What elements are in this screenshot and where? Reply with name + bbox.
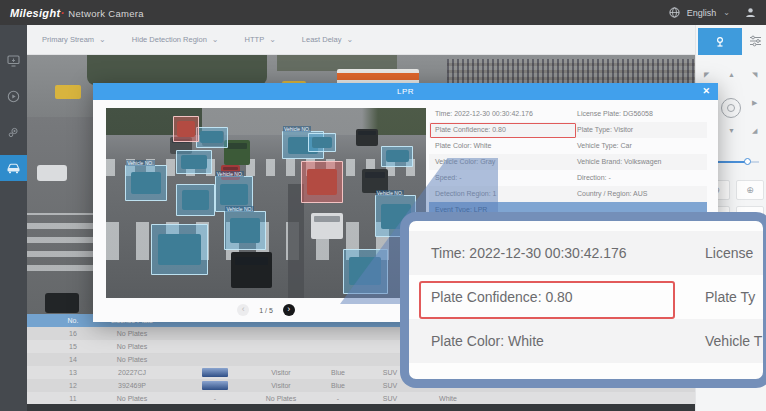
brand-logo: Milesight·Network Camera xyxy=(10,7,144,19)
plate-confidence-highlight-box xyxy=(430,123,576,138)
detection-label: Vehicle NO. xyxy=(216,171,244,177)
gear-icon xyxy=(7,126,20,139)
callout-left: Plate Color: White xyxy=(431,319,544,363)
table-cell: 12 xyxy=(55,379,91,392)
trees xyxy=(87,55,267,85)
brand-name: Milesight xyxy=(10,7,60,19)
table-cell xyxy=(253,340,309,353)
dialog-title: LPR xyxy=(93,83,718,100)
detection-label: Vehicle NO. xyxy=(376,190,404,196)
table-cell: 15 xyxy=(55,340,91,353)
crosswalk xyxy=(27,213,95,271)
dropdown-label: Hide Detection Region xyxy=(132,35,207,44)
next-page-button[interactable]: › xyxy=(283,304,295,316)
ptz-home-button[interactable] xyxy=(721,98,741,118)
table-cell: Visitor xyxy=(253,366,309,379)
table-cell xyxy=(315,340,361,353)
detection-box xyxy=(176,184,214,216)
table-cell: No Plates xyxy=(97,340,167,353)
ptz-arrow-button[interactable]: ◤ xyxy=(704,71,709,79)
tab-ptz-control[interactable] xyxy=(698,28,742,55)
plate-snapshot-thumb xyxy=(202,368,228,377)
stream-dropdown[interactable]: Hide Detection Region⌄ xyxy=(132,35,219,44)
table-cell: 13 xyxy=(55,366,91,379)
ptz-arrow-button[interactable]: ◢ xyxy=(752,127,757,135)
zoom-callout: Time: 2022-12-30 00:30:42.176LicensePlat… xyxy=(400,212,766,388)
detected-vehicle xyxy=(181,155,206,170)
detection-box: Vehicle NO. xyxy=(125,165,167,201)
callout-row: Plate Color: WhiteVehicle T xyxy=(409,319,763,363)
detected-vehicle xyxy=(177,121,195,137)
detection-label: Vehicle NO. xyxy=(126,160,154,166)
detection-label: Vehicle NO. xyxy=(283,126,311,132)
slider-knob[interactable] xyxy=(744,158,751,165)
stream-dropdown[interactable]: Least Delay⌄ xyxy=(302,35,353,44)
ptz-arrow-button[interactable]: ▼ xyxy=(728,127,735,134)
table-cell xyxy=(253,327,309,340)
detection-box xyxy=(301,161,343,203)
vehicle xyxy=(231,252,273,288)
detail-row: Time: 2022-12-30 00:30:42.176License Pla… xyxy=(429,106,707,122)
callout-right: Vehicle T xyxy=(705,319,762,363)
detection-box xyxy=(381,146,413,167)
table-cell: 14 xyxy=(55,353,91,366)
stream-dropdown[interactable]: HTTP⌄ xyxy=(245,35,276,44)
ptz-arrow-button[interactable]: ▲ xyxy=(728,71,735,78)
car xyxy=(45,293,79,313)
detail-right: Country / Region: AUS xyxy=(577,186,647,202)
language-selector[interactable]: English xyxy=(687,8,717,18)
table-cell: No Plates xyxy=(97,353,167,366)
close-icon[interactable]: ✕ xyxy=(702,83,710,100)
callout-right: Vehicle B xyxy=(705,363,763,388)
page-bottom-strip xyxy=(0,404,766,411)
detected-vehicle xyxy=(131,172,161,194)
table-header-cell: No. xyxy=(55,314,91,327)
detected-vehicle xyxy=(182,190,210,209)
stream-dropdown[interactable]: Primary Stream⌄ xyxy=(42,35,106,44)
dialog-header: LPR ✕ xyxy=(93,83,718,100)
detection-box xyxy=(196,127,228,148)
table-cell xyxy=(315,327,361,340)
sidebar-item-settings[interactable] xyxy=(0,119,27,145)
callout-left: Time: 2022-12-30 00:30:42.176 xyxy=(431,231,627,275)
table-cell: Blue xyxy=(315,366,361,379)
chevron-down-icon: ⌄ xyxy=(346,35,353,44)
detection-box xyxy=(151,224,209,275)
sidebar-item-playback[interactable] xyxy=(0,83,27,109)
dropdown-label: HTTP xyxy=(245,35,265,44)
ptz-arrow-button[interactable]: ▶ xyxy=(752,99,757,107)
language-caret-icon[interactable]: ⌄ xyxy=(723,8,730,17)
table-cell: 20227CJ xyxy=(97,366,167,379)
table-cell: 392469P xyxy=(97,379,167,392)
detection-box xyxy=(176,150,211,175)
callout-left: Vehicle Color: Gray xyxy=(431,363,552,388)
vehicle xyxy=(356,129,378,146)
playback-icon xyxy=(7,90,20,103)
top-bar: Milesight·Network Camera English ⌄ xyxy=(0,0,766,25)
chevron-down-icon: ⌄ xyxy=(212,35,219,44)
chevron-down-icon: ⌄ xyxy=(269,35,276,44)
zoom-in-button[interactable]: ⊕ xyxy=(736,180,764,200)
sidebar-item-lpr[interactable] xyxy=(0,155,27,181)
detection-box: Vehicle NO. xyxy=(224,211,266,251)
detail-left: Time: 2022-12-30 00:30:42.176 xyxy=(435,106,533,122)
table-cell: 16 xyxy=(55,327,91,340)
tab-image-settings[interactable] xyxy=(749,35,762,47)
detail-right: Direction: - xyxy=(577,170,611,186)
ptz-arrow-button[interactable]: ◥ xyxy=(752,71,757,79)
table-cell: Visitor xyxy=(253,379,309,392)
user-account-icon[interactable] xyxy=(745,7,756,18)
detail-right: License Plate: DG56058 xyxy=(577,106,653,122)
taxi xyxy=(55,85,81,99)
product-name: Network Camera xyxy=(68,8,143,19)
snapshot-pager: ‹ 1 / 5 › xyxy=(106,302,426,318)
callout-right: Plate Ty xyxy=(705,275,755,319)
ptz-search-icon xyxy=(714,35,727,48)
sliders-icon xyxy=(749,35,762,47)
lpr-app-window: Milesight·Network Camera English ⌄ xyxy=(0,0,766,411)
sidebar-item-live-view[interactable] xyxy=(0,47,27,73)
plate-snapshot-thumb xyxy=(202,381,228,390)
detected-vehicle xyxy=(230,218,260,242)
table-cell: No Plates xyxy=(97,327,167,340)
prev-page-button[interactable]: ‹ xyxy=(237,304,249,316)
